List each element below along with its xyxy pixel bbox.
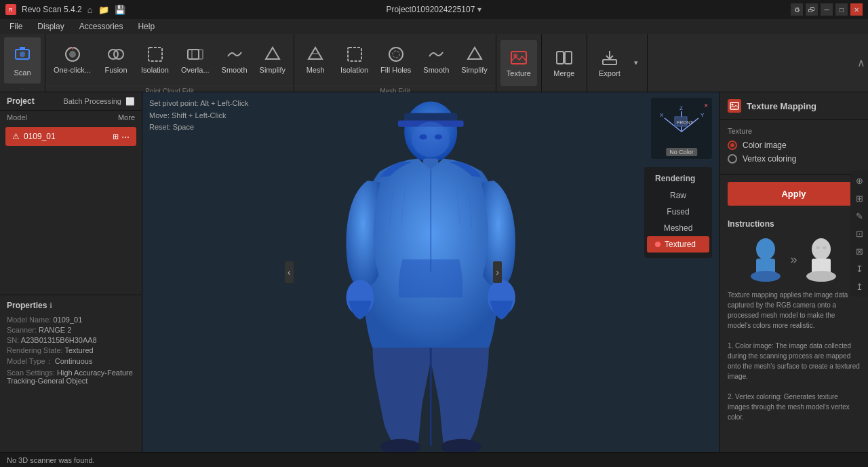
vertex-coloring-radio[interactable] xyxy=(728,154,737,164)
isolation-pc-button[interactable]: Isolation xyxy=(136,37,174,83)
model-label: Model xyxy=(7,113,27,122)
canvas-area[interactable]: Set pivot point: Alt + Left-Click Move: … xyxy=(142,92,719,452)
mesh-edit-group: Mesh Isolation Fill Holes Smooth Simplif… xyxy=(294,34,496,92)
batch-processing-label[interactable]: Batch Processing xyxy=(63,97,121,105)
menu-file[interactable]: File xyxy=(3,20,29,33)
export-dropdown-icon: ▾ xyxy=(634,58,638,67)
orientation-close-icon[interactable]: × xyxy=(704,102,708,109)
instructions-section: Instructions » xyxy=(719,212,868,429)
radio-inner-dot xyxy=(730,143,734,147)
one-click-button[interactable]: One-click... xyxy=(48,37,96,83)
instructions-color-image-desc: 1. Color image: The image data collected… xyxy=(728,341,860,381)
svg-rect-23 xyxy=(565,52,572,64)
isolation2-icon xyxy=(346,45,363,64)
merge-group: Merge xyxy=(542,34,587,92)
dropdown-icon[interactable]: ▾ xyxy=(477,5,481,14)
side-action-5[interactable]: ⊠ xyxy=(852,244,867,259)
export-group: Export ▾ xyxy=(587,34,648,92)
fill-holes-button[interactable]: Fill Holes xyxy=(375,37,416,83)
export-dropdown-button[interactable]: ▾ xyxy=(629,40,643,86)
side-action-6[interactable]: ↧ xyxy=(852,261,867,276)
side-action-1[interactable]: ⊕ xyxy=(852,173,867,188)
rendering-raw[interactable]: Raw xyxy=(644,187,712,204)
collapse-left-button[interactable]: ‹ xyxy=(285,261,294,283)
merge-button[interactable]: Merge xyxy=(546,40,583,86)
smooth-mesh-button[interactable]: Smooth xyxy=(418,37,454,83)
color-image-option[interactable]: Color image xyxy=(728,141,860,150)
svg-point-31 xyxy=(419,134,427,139)
fill-holes-icon xyxy=(387,45,405,64)
figure-container xyxy=(142,92,719,452)
minimize-button[interactable]: ─ xyxy=(821,3,833,16)
texture-button[interactable]: Texture xyxy=(500,40,537,86)
close-button[interactable]: ✕ xyxy=(850,3,863,16)
instructions-description: Texture mapping applies the image data c… xyxy=(728,290,860,331)
active-indicator xyxy=(655,242,660,247)
simplify-pc-button[interactable]: Simplify xyxy=(254,37,292,83)
home-icon[interactable]: ⌂ xyxy=(87,5,93,15)
side-action-7[interactable]: ↥ xyxy=(852,279,867,294)
menu-display[interactable]: Display xyxy=(31,20,71,33)
folder-icon[interactable]: 📁 xyxy=(98,5,109,15)
one-click-icon xyxy=(64,45,81,64)
scan-icon xyxy=(13,44,32,67)
simplify-mesh-button[interactable]: Simplify xyxy=(456,37,493,83)
svg-rect-25 xyxy=(603,60,616,64)
merge-icon xyxy=(555,49,573,68)
mesh-button[interactable]: Mesh xyxy=(297,37,334,83)
svg-rect-10 xyxy=(192,50,203,59)
rendering-fused[interactable]: Fused xyxy=(644,204,712,220)
vertex-coloring-option[interactable]: Vertex coloring xyxy=(728,154,860,164)
fusion-button[interactable]: Fusion xyxy=(98,37,134,83)
color-image-radio[interactable] xyxy=(728,141,737,150)
svg-point-57 xyxy=(823,246,827,249)
apply-button[interactable]: Apply xyxy=(728,182,860,206)
svg-point-32 xyxy=(435,134,442,139)
arrow-icon: » xyxy=(790,253,797,267)
orientation-box[interactable]: Y X Z FRONT No Color × xyxy=(651,98,712,159)
titlebar-controls: ⚙ 🗗 ─ □ ✕ xyxy=(791,3,863,16)
simplify-pc-icon xyxy=(264,45,281,64)
model-more-icon[interactable]: ··· xyxy=(121,131,130,142)
titlebar: R Revo Scan 5.4.2 ⌂ 📁 💾 Project010920242… xyxy=(0,0,868,19)
overlay-button[interactable]: Overla... xyxy=(176,37,215,83)
svg-point-53 xyxy=(812,238,831,260)
side-action-2[interactable]: ⊞ xyxy=(852,191,867,206)
rendering-panel: Rendering Raw Fused Meshed Textured xyxy=(644,167,712,258)
simplify-mesh-label: Simplify xyxy=(461,66,488,74)
texture-mapping-icon xyxy=(728,99,741,113)
rendering-textured[interactable]: Textured xyxy=(647,236,709,253)
vertex-coloring-label: Vertex coloring xyxy=(743,154,796,164)
model-grid-icon[interactable]: ⊞ xyxy=(113,132,119,141)
model-item[interactable]: ⚠ 0109_01 ⊞ ··· xyxy=(5,127,136,146)
instructions-title: Instructions xyxy=(728,219,860,229)
bust-before xyxy=(747,236,785,283)
scan-button[interactable]: Scan xyxy=(4,37,41,83)
export-button[interactable]: Export xyxy=(591,40,628,86)
bust-white-svg xyxy=(803,236,840,283)
rendering-meshed[interactable]: Meshed xyxy=(644,220,712,236)
svg-point-50 xyxy=(756,238,775,260)
toolbar-collapse-button[interactable]: ∧ xyxy=(857,56,865,69)
more-button[interactable]: More xyxy=(118,113,135,122)
scan-label: Scan xyxy=(14,69,31,77)
overlay-icon xyxy=(186,45,204,64)
svg-point-55 xyxy=(806,271,836,282)
settings-button[interactable]: ⚙ xyxy=(791,3,803,16)
svg-point-18 xyxy=(393,51,399,58)
menu-accessories[interactable]: Accessories xyxy=(73,20,130,33)
project-title: Project01092024225107 xyxy=(387,5,475,14)
smooth-pc-button[interactable]: Smooth xyxy=(216,37,253,83)
restore-button[interactable]: 🗗 xyxy=(806,3,818,16)
collapse-right-button[interactable]: › xyxy=(493,261,502,283)
properties-section: Properties ℹ Model Name: 0109_01 Scanner… xyxy=(0,295,142,452)
menu-help[interactable]: Help xyxy=(131,20,161,33)
fusion-icon xyxy=(107,45,125,64)
save-icon[interactable]: 💾 xyxy=(115,5,125,15)
project-header: Project Batch Processing ⬜ xyxy=(0,92,142,111)
isolation2-button[interactable]: Isolation xyxy=(335,37,374,83)
svg-point-17 xyxy=(389,48,403,61)
maximize-button[interactable]: □ xyxy=(835,3,848,16)
side-action-3[interactable]: ✎ xyxy=(852,208,867,223)
side-action-4[interactable]: ⊡ xyxy=(852,226,867,241)
